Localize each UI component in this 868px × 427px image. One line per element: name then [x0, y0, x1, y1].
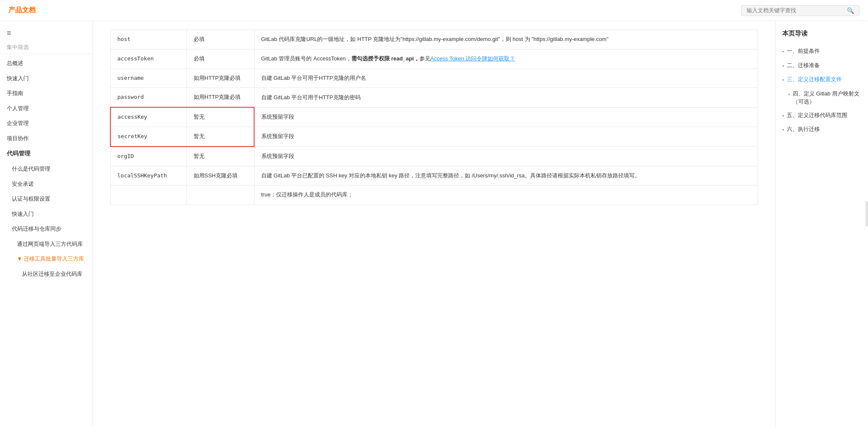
scroll-indicator	[865, 201, 868, 226]
toc-label: 二、迁移准备	[787, 61, 820, 70]
table-row: localSSHKeyPath 如用SSH克隆必填 自建 GitLab 平台已配…	[110, 166, 758, 185]
toc-title: 本页导读	[782, 30, 861, 38]
field-desc: 系统预留字段	[254, 147, 758, 166]
sidebar-item-community-migrate[interactable]: 从社区迁移至企业代码库	[0, 267, 93, 282]
search-icon: 🔍	[847, 7, 854, 14]
sidebar-item-personal[interactable]: 个人管理	[0, 101, 93, 116]
toc-label: 四、定义 Gitlab 用户映射文（可选）	[793, 90, 860, 106]
field-name: localSSHKeyPath	[110, 166, 186, 185]
field-name: secretKey	[110, 127, 186, 146]
field-name: accessKey	[110, 107, 186, 127]
field-desc: 自建 GitLab 平台可用于HTTP克隆的密码	[254, 88, 758, 107]
sidebar-item-what-is-code[interactable]: 什么是代码管理	[0, 161, 93, 177]
content-area: host 必填 GitLab 代码库克隆URL的一级地址，如 HTTP 克隆地址…	[93, 21, 775, 427]
toc-item-2[interactable]: • 二、迁移准备	[782, 59, 861, 73]
field-required: 必填	[186, 49, 254, 68]
search-box[interactable]: 🔍	[741, 5, 860, 16]
search-input[interactable]	[747, 7, 847, 14]
field-required: 必填	[186, 30, 254, 49]
access-token-link[interactable]: Access Token 访问令牌如何获取？	[430, 55, 515, 62]
field-desc: GitLab 代码库克隆URL的一级地址，如 HTTP 克隆地址为"https:…	[254, 30, 758, 49]
toc-label: 六、执行迁移	[787, 125, 820, 133]
toc-dot: •	[782, 62, 784, 71]
sidebar-item-security[interactable]: 安全承诺	[0, 177, 93, 192]
toc-item-3[interactable]: • 三、定义迁移配置文件	[782, 73, 861, 87]
toc-item-5[interactable]: • 五、定义迁移代码库范围	[782, 109, 861, 123]
brand-logo[interactable]: 产品文档	[8, 6, 36, 15]
sidebar-item-migration-sync[interactable]: 代码迁移与仓库同步	[0, 221, 93, 237]
sidebar-item-overview[interactable]: 总概述	[0, 56, 93, 71]
sidebar-filter: 集中筛选	[0, 41, 93, 54]
field-required: 如用HTTP克隆必填	[186, 68, 254, 88]
main-layout: ≡ 集中筛选 总概述 快速入门 手指南 个人管理 企业管理 项目协作 代码管理 …	[0, 21, 868, 427]
toc-label: 五、定义迁移代码库范围	[787, 111, 847, 120]
field-name: host	[110, 30, 186, 49]
field-required	[186, 185, 254, 205]
field-desc: 系统预留字段	[254, 127, 758, 146]
sidebar-item-quickstart[interactable]: 快速入门	[0, 71, 93, 86]
field-desc: 自建 GitLab 平台已配置的 SSH key 对应的本地私钥 key 路径，…	[254, 166, 758, 185]
field-required: 暂无	[186, 107, 254, 127]
field-name: accessToken	[110, 49, 186, 68]
table-row: orgID 暂无 系统预留字段	[110, 147, 758, 166]
table-wrapper: host 必填 GitLab 代码库克隆URL的一级地址，如 HTTP 克隆地址…	[110, 30, 758, 205]
field-name	[110, 185, 186, 205]
sidebar-item-web-import[interactable]: 通过网页端导入三方代码库	[0, 237, 93, 252]
sidebar-item-batch-import[interactable]: ▼ 迁移工具批量导入三方库	[0, 251, 93, 267]
table-row: password 如用HTTP克隆必填 自建 GitLab 平台可用于HTTP克…	[110, 88, 758, 107]
field-name: orgID	[110, 147, 186, 166]
field-name: password	[110, 88, 186, 107]
toc-item-6[interactable]: • 六、执行迁移	[782, 122, 861, 137]
header-left: 产品文档	[8, 6, 36, 15]
sidebar-item-enterprise[interactable]: 企业管理	[0, 116, 93, 131]
top-header: 产品文档 🔍	[0, 0, 868, 21]
bold-text: 需勾选授予权限 read_api，	[351, 55, 419, 62]
table-row-secret-key: secretKey 暂无 系统预留字段	[110, 127, 758, 146]
field-desc: GitLab 管理员账号的 AccessToken，需勾选授予权限 read_a…	[254, 49, 758, 68]
toc-dot: •	[782, 112, 784, 120]
field-required: 如用SSH克隆必填	[186, 166, 254, 185]
sidebar-item-project[interactable]: 项目协作	[0, 131, 93, 146]
field-name: username	[110, 68, 186, 88]
toc-label: 三、定义迁移配置文件	[787, 75, 842, 84]
table-row-partial: true：仅迁移操作人是成员的代码库；	[110, 185, 758, 205]
toc-dot: •	[782, 126, 784, 134]
table-row: accessToken 必填 GitLab 管理员账号的 AccessToken…	[110, 49, 758, 68]
table-row: username 如用HTTP克隆必填 自建 GitLab 平台可用于HTTP克…	[110, 68, 758, 88]
toc-dot: •	[788, 90, 790, 99]
right-toc: 本页导读 • 一、前提条件 • 二、迁移准备 • 三、定义迁移配置文件 • 四、…	[775, 21, 868, 427]
toc-dot: •	[782, 48, 784, 56]
config-table: host 必填 GitLab 代码库克隆URL的一级地址，如 HTTP 克隆地址…	[110, 30, 758, 205]
field-required: 如用HTTP克隆必填	[186, 88, 254, 107]
table-row-access-key: accessKey 暂无 系统预留字段	[110, 107, 758, 127]
field-desc: 系统预留字段	[254, 107, 758, 127]
toc-item-4[interactable]: • 四、定义 Gitlab 用户映射文（可选）	[782, 87, 861, 109]
toc-item-1[interactable]: • 一、前提条件	[782, 44, 861, 59]
sidebar-item-code-mgmt[interactable]: 代码管理	[0, 146, 93, 161]
table-row: host 必填 GitLab 代码库克隆URL的一级地址，如 HTTP 克隆地址…	[110, 30, 758, 49]
sidebar-item-quick-entry[interactable]: 快速入门	[0, 207, 93, 222]
field-desc: 自建 GitLab 平台可用于HTTP克隆的用户名	[254, 68, 758, 88]
field-required: 暂无	[186, 147, 254, 166]
field-required: 暂无	[186, 127, 254, 146]
sidebar-item-auth[interactable]: 认证与权限设置	[0, 191, 93, 207]
field-desc: true：仅迁移操作人是成员的代码库；	[254, 185, 758, 205]
toc-dot: •	[782, 76, 784, 84]
sidebar-item-guide[interactable]: 手指南	[0, 86, 93, 101]
toc-label: 一、前提条件	[787, 47, 820, 55]
sidebar: ≡ 集中筛选 总概述 快速入门 手指南 个人管理 企业管理 项目协作 代码管理 …	[0, 21, 93, 427]
menu-toggle[interactable]: ≡	[0, 25, 93, 41]
